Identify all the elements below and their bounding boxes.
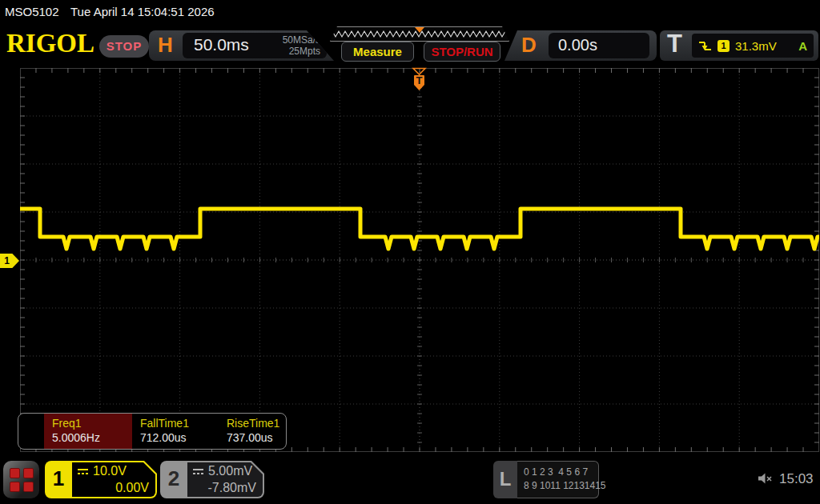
stop-run-button[interactable]: STOP/RUN	[424, 42, 500, 62]
quick-menu-button[interactable]	[3, 461, 39, 498]
trigger-level-value: 31.3mV	[735, 39, 777, 53]
falling-edge-trigger-icon	[698, 40, 712, 52]
sample-rate: 50MSa/s	[283, 34, 320, 46]
system-datetime: Tue April 14 15:04:51 2026	[70, 5, 215, 18]
dc-coupling-icon	[77, 467, 89, 476]
trigger-mode-auto: A	[798, 39, 807, 53]
channel2-number-tab[interactable]: 2	[160, 461, 187, 498]
speaker-muted-icon[interactable]	[758, 472, 774, 485]
delay-label: D	[521, 33, 537, 58]
channel1-number-tab[interactable]: 1	[45, 461, 72, 498]
measurement-value: 737.00us	[227, 431, 286, 444]
trigger-field[interactable]: 1 31.3mV A	[692, 34, 814, 58]
channel1-status-block[interactable]: 1 10.0V 0.00V	[45, 461, 157, 498]
sample-rate-readout: 50MSa/s 25Mpts	[283, 34, 320, 57]
oscilloscope-screen: MSO5102 Tue April 14 15:04:51 2026 RIGOL…	[0, 0, 820, 504]
delay-value: 0.00s	[558, 36, 597, 54]
logic-channel-list: 0 1 2 3 4 5 6 7 8 9 1011 12131415	[517, 461, 599, 498]
horizontal-label: H	[158, 33, 173, 58]
measurement-value: 712.00us	[140, 431, 219, 444]
horizontal-settings-panel[interactable]: H 50.0ms 50MSa/s 25Mpts	[149, 30, 334, 61]
trigger-settings-panel[interactable]: T 1 31.3mV A	[660, 30, 818, 61]
channel1-offset: 0.00V	[115, 481, 149, 495]
measurement-risetime1[interactable]: RiseTime1 737.00us	[219, 414, 286, 449]
delay-field[interactable]: 0.00s	[549, 33, 649, 58]
trigger-label: T	[667, 30, 682, 58]
measurement-value: 5.0006Hz	[52, 431, 132, 444]
logic-row1: 0 1 2 3 4 5 6 7	[524, 466, 598, 479]
rigol-logo: RIGOL	[6, 29, 94, 58]
channel2-status-block[interactable]: 2 5.00mV -7.80mV	[160, 461, 264, 498]
acquisition-status-badge: STOP	[99, 35, 149, 58]
measurement-freq1[interactable]: Freq1 5.0006Hz	[44, 414, 132, 449]
channel2-scale: 5.00mV	[208, 464, 252, 478]
timebase-field[interactable]: 50.0ms 50MSa/s 25Mpts	[183, 33, 327, 58]
measure-button[interactable]: Measure	[341, 42, 414, 62]
dc-coupling-icon	[192, 467, 204, 476]
logic-channels-block[interactable]: L 0 1 2 3 4 5 6 7 8 9 1011 12131415	[493, 461, 599, 498]
logic-label: L	[493, 461, 517, 498]
measurement-results-panel[interactable]: Freq1 5.0006Hz FallTime1 712.00us RiseTi…	[18, 413, 287, 450]
measurement-name: FallTime1	[140, 417, 219, 430]
delay-settings-panel[interactable]: D 0.00s	[504, 30, 657, 61]
top-info-bar: MSO5102 Tue April 14 15:04:51 2026	[0, 0, 820, 24]
channel2-values: 5.00mV -7.80mV	[187, 462, 263, 497]
overview-trigger-position-icon[interactable]	[415, 27, 424, 33]
timebase-value: 50.0ms	[194, 35, 249, 54]
graticule-waveform-area	[20, 68, 819, 452]
channel1-values: 10.0V 0.00V	[72, 462, 155, 497]
channel1-scale: 10.0V	[93, 464, 127, 478]
trigger-marker-letter: T	[416, 74, 423, 86]
clock: 15:03	[779, 471, 814, 487]
trigger-position-marker[interactable]: T	[408, 67, 431, 93]
channel2-offset: -7.80mV	[208, 481, 256, 495]
channel1-level-marker[interactable]: 1	[0, 254, 19, 268]
measurement-name: Freq1	[52, 417, 132, 430]
trigger-source-badge: 1	[718, 40, 730, 52]
measurement-name: RiseTime1	[227, 417, 286, 430]
memory-depth: 25Mpts	[283, 46, 320, 57]
logic-row2: 8 9 1011 12131415	[524, 479, 598, 493]
measurement-falltime1[interactable]: FallTime1 712.00us	[132, 414, 219, 449]
model-name: MSO5102	[5, 5, 59, 18]
menu-grid-icon	[10, 468, 34, 492]
